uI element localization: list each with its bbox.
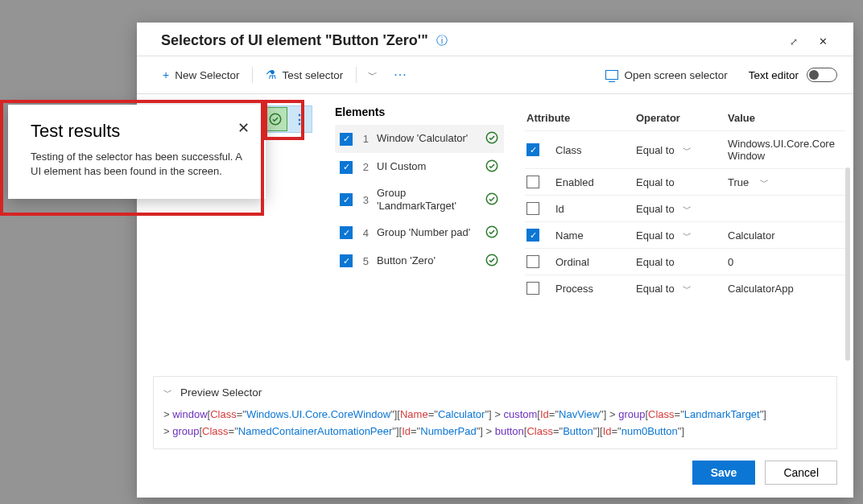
new-selector-label: New Selector [175,69,239,81]
test-selector-button[interactable]: Test selector [259,64,349,85]
restore-button[interactable] [779,34,808,48]
close-button[interactable] [808,34,837,48]
text-editor-label: Text editor [749,69,799,81]
cancel-button[interactable]: Cancel [765,461,837,485]
svg-point-3 [486,193,498,204]
col-operator: Operator [636,112,716,124]
attribute-checkbox[interactable] [526,202,539,215]
elements-panel: Elements 1Window 'Calculator'2UI Custom3… [319,94,509,376]
test-selector-label: Test selector [282,69,343,81]
screen-icon [605,70,618,80]
element-index: 4 [361,227,369,239]
chevron-down-icon: ﹀ [683,283,692,295]
attribute-name: Enabled [555,176,625,188]
svg-point-0 [270,114,281,125]
attribute-operator[interactable]: Equal to [636,256,716,268]
attribute-row: OrdinalEqual to0 [525,248,845,275]
attribute-name: Class [555,144,625,156]
element-index: 5 [361,255,369,267]
open-screen-selector-label: Open screen selector [624,69,727,81]
text-editor-toggle-group: Text editor [749,68,837,82]
element-row[interactable]: 2UI Custom [335,153,504,181]
test-results-popup: ✕ Test results Testing of the selector h… [8,105,266,199]
separator [356,67,357,83]
open-screen-selector-button[interactable]: Open screen selector [599,66,733,85]
attribute-checkbox[interactable] [526,229,539,242]
element-index: 2 [361,161,369,173]
attribute-value[interactable]: True﹀ [728,176,844,188]
svg-point-4 [486,226,498,238]
selector-builder-dialog: Selectors of UI element "Button 'Zero'" … [137,23,853,498]
separator [252,67,253,83]
selector-item-menu[interactable]: ⋮ [292,112,307,127]
attribute-operator[interactable]: Equal to﹀ [636,203,716,215]
save-button[interactable]: Save [692,461,756,485]
svg-point-1 [486,132,498,143]
element-checkbox[interactable] [340,133,353,146]
attribute-name: Ordinal [555,256,625,268]
test-selector-dropdown[interactable]: ﹀ [363,65,382,85]
preview-selector-text: > window[Class="Windows.UI.Core.CoreWind… [163,407,827,440]
attribute-value[interactable]: Calculator [728,229,844,242]
plus-icon [163,68,169,81]
element-label: UI Custom [377,160,477,173]
element-checkbox[interactable] [340,193,353,206]
check-icon [485,225,499,242]
col-value: Value [728,112,844,124]
chevron-down-icon: ﹀ [683,229,692,242]
element-label: Group 'Number pad' [377,226,477,239]
attribute-operator[interactable]: Equal to﹀ [636,144,716,156]
titlebar: Selectors of UI element "Button 'Zero'" … [137,23,853,56]
preview-toggle[interactable]: ﹀ Preview Selector [163,386,827,399]
attribute-value[interactable]: Windows.UI.Core.CoreWindow [728,138,844,162]
scrollbar[interactable] [845,167,850,361]
attribute-checkbox[interactable] [526,143,539,156]
attribute-name: Process [555,283,625,295]
info-icon[interactable]: ⓘ [436,34,448,48]
elements-header: Elements [335,105,504,118]
attribute-row: NameEqual to﹀Calculator [525,221,845,248]
attribute-row: ProcessEqual to﹀CalculatorApp [525,275,845,301]
toolbar: New Selector Test selector ﹀ ··· Open sc… [137,56,853,94]
attribute-checkbox[interactable] [526,176,539,188]
new-selector-button[interactable]: New Selector [156,65,246,85]
element-checkbox[interactable] [340,226,353,239]
element-label: Button 'Zero' [377,254,477,267]
attribute-operator[interactable]: Equal to﹀ [636,283,716,295]
element-row[interactable]: 3Group 'LandmarkTarget' [335,181,504,219]
attribute-checkbox[interactable] [526,282,539,295]
element-row[interactable]: 4Group 'Number pad' [335,219,504,247]
element-checkbox[interactable] [340,254,353,267]
dialog-title: Selectors of UI element "Button 'Zero'" [161,32,428,49]
popup-close-button[interactable]: ✕ [237,119,250,137]
check-icon [485,130,499,147]
attribute-name: Id [555,203,625,215]
element-row[interactable]: 5Button 'Zero' [335,247,504,275]
popup-body: Testing of the selector has been success… [31,150,248,178]
attribute-row: ClassEqual to﹀Windows.UI.Core.CoreWindow [525,130,845,168]
attribute-operator[interactable]: Equal to [636,176,716,188]
attribute-name: Name [555,229,625,242]
check-icon [485,253,499,270]
dialog-footer: Save Cancel [137,449,853,498]
chevron-down-icon: ﹀ [760,176,769,188]
element-label: Group 'LandmarkTarget' [377,187,477,213]
test-passed-badge [263,107,287,131]
flask-icon [266,68,276,82]
element-row[interactable]: 1Window 'Calculator' [335,125,504,153]
attribute-checkbox[interactable] [526,255,539,268]
text-editor-toggle[interactable] [807,68,837,82]
chevron-down-icon: ﹀ [683,144,692,156]
attribute-value[interactable]: CalculatorApp [728,283,844,295]
attribute-value[interactable]: 0 [728,256,844,268]
check-icon [485,192,499,209]
element-index: 1 [361,133,369,145]
attribute-row: EnabledEqual toTrue﹀ [525,168,845,195]
popup-title: Test results [31,121,248,142]
element-index: 3 [361,194,369,206]
attribute-operator[interactable]: Equal to﹀ [636,229,716,242]
svg-point-5 [486,254,498,266]
more-button[interactable]: ··· [387,64,413,85]
element-checkbox[interactable] [340,161,353,174]
check-icon [485,159,499,176]
